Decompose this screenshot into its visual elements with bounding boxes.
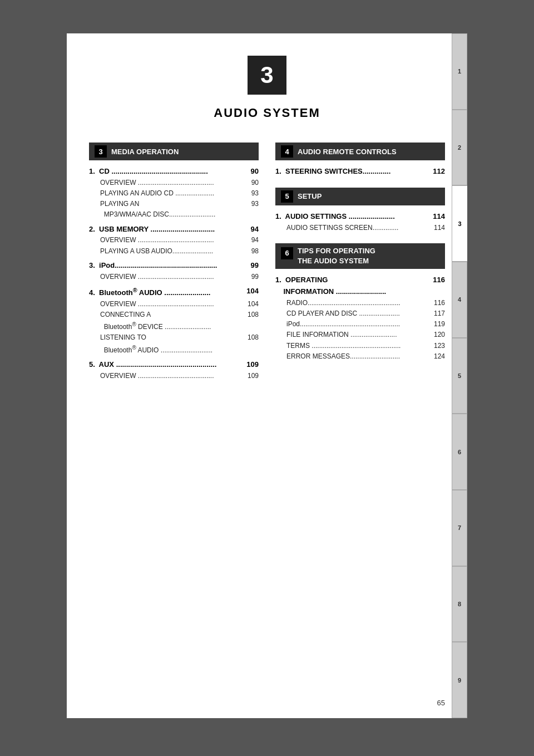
toc-item-steering: 1. STEERING SWITCHES.............. 112 (275, 166, 445, 178)
section-header-4: 4 AUDIO REMOTE CONTROLS (275, 143, 445, 160)
toc-columns: 3 MEDIA OPERATION 1. CD ................… (89, 143, 445, 381)
section-num-5: 5 (281, 190, 293, 203)
side-tab-9[interactable]: 9 (452, 642, 467, 718)
toc-item-radio: RADIO...................................… (275, 298, 445, 308)
toc-page-cd: 90 (242, 166, 259, 178)
side-tabs: 1 2 3 4 5 6 7 8 9 (452, 33, 467, 718)
section-title-6: TIPS FOR OPERATINGTHE AUDIO SYSTEM (298, 246, 375, 266)
section-num-4: 4 (281, 145, 293, 158)
chapter-number: 3 (260, 62, 273, 89)
section-header-3: 3 MEDIA OPERATION (89, 143, 259, 160)
side-tab-8[interactable]: 8 (452, 566, 467, 642)
toc-title-cd: 1. CD ..................................… (89, 166, 242, 178)
toc-item-cd: 1. CD ..................................… (89, 166, 259, 178)
chapter-box: 3 (248, 56, 286, 95)
toc-item-file-info: FILE INFORMATION .......................… (275, 330, 445, 340)
side-tab-3[interactable]: 3 (452, 185, 467, 262)
toc-item-overview-1: OVERVIEW ...............................… (89, 178, 259, 188)
toc-item-usb: 2. USB MEMORY ..........................… (89, 224, 259, 235)
toc-item-connecting-bt: CONNECTING A Bluetooth® DEVICE .........… (89, 310, 259, 332)
side-tab-4[interactable]: 4 (452, 262, 467, 338)
toc-item-playing-mp3: PLAYING AN MP3/WMA/AAC DISC.............… (89, 199, 259, 220)
side-tab-5[interactable]: 5 (452, 338, 467, 414)
section-title-5: SETUP (298, 192, 322, 200)
toc-item-audio-settings: 1. AUDIO SETTINGS ......................… (275, 211, 445, 223)
side-tab-7[interactable]: 7 (452, 490, 467, 566)
toc-item-overview-usb: OVERVIEW ...............................… (89, 235, 259, 246)
toc-item-terms: TERMS ..................................… (275, 341, 445, 351)
chapter-title: AUDIO SYSTEM (214, 106, 320, 120)
toc-item-error-messages: ERROR MESSAGES..........................… (275, 351, 445, 362)
toc-item-aux: 5. AUX .................................… (89, 359, 259, 371)
toc-item-audio-settings-screen: AUDIO SETTINGS SCREEN.............. 114 (275, 223, 445, 233)
toc-right: 4 AUDIO REMOTE CONTROLS 1. STEERING SWIT… (275, 143, 445, 381)
toc-item-overview-bt: OVERVIEW ...............................… (89, 299, 259, 310)
toc-item-ipod: 3. iPod.................................… (89, 260, 259, 272)
section-header-5: 5 SETUP (275, 188, 445, 205)
page-number: 65 (437, 699, 445, 707)
toc-item-listening-bt: LISTENING TO Bluetooth® AUDIO ..........… (89, 332, 259, 355)
section-title-4: AUDIO REMOTE CONTROLS (298, 148, 397, 156)
toc-item-playing-audio-cd: PLAYING AN AUDIO CD ....................… (89, 188, 259, 199)
section-num-3: 3 (95, 145, 107, 158)
side-tab-2[interactable]: 2 (452, 110, 467, 186)
section-title-3: MEDIA OPERATION (111, 148, 179, 156)
toc-item-cd-player: CD PLAYER AND DISC .....................… (275, 308, 445, 319)
toc-item-overview-aux: OVERVIEW ...............................… (89, 371, 259, 381)
toc-item-overview-ipod: OVERVIEW ...............................… (89, 272, 259, 282)
toc-item-bluetooth: 4. Bluetooth® AUDIO ....................… (89, 286, 259, 299)
side-tab-1[interactable]: 1 (452, 33, 467, 110)
toc-left: 3 MEDIA OPERATION 1. CD ................… (89, 143, 259, 381)
page-content: 3 AUDIO SYSTEM 3 MEDIA OPERATION 1. CD .… (67, 33, 467, 718)
toc-item-ipod-tips: iPod....................................… (275, 319, 445, 330)
toc-item-operating: 1. OPERATING INFORMATION ...............… (275, 274, 445, 298)
toc-item-playing-usb: PLAYING A USB AUDIO.....................… (89, 246, 259, 257)
side-tab-6[interactable]: 6 (452, 414, 467, 490)
section-num-6: 6 (281, 247, 293, 259)
section-header-6: 6 TIPS FOR OPERATINGTHE AUDIO SYSTEM (275, 243, 445, 269)
